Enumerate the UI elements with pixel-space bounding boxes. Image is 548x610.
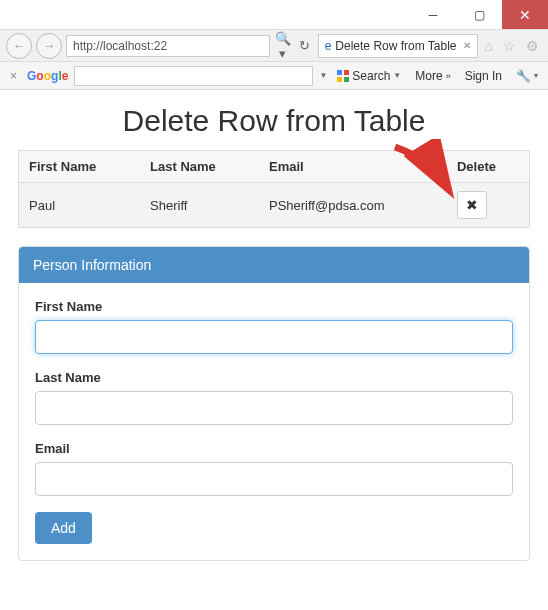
google-toolbar: × Google ▼ Search ▼ More » Sign In 🔧▾ [0,62,548,90]
browser-address-bar: ← → 🔍▾ ↻ e Delete Row from Table ✕ ⌂ ☆ ⚙ [0,30,548,62]
add-button[interactable]: Add [35,512,92,544]
search-button-label: Search [352,69,390,83]
cell-first-name: Paul [19,183,141,228]
col-delete: Delete [447,151,530,183]
google-logo: Google [27,69,68,83]
email-input[interactable] [35,462,513,496]
tab-title: Delete Row from Table [335,39,456,53]
back-button[interactable]: ← [6,33,32,59]
google-search-button[interactable]: Search ▼ [333,69,405,83]
favorites-icon[interactable]: ☆ [500,38,519,54]
window-close-button[interactable]: ✕ [502,0,548,29]
panel-body: First Name Last Name Email Add [19,283,529,560]
cell-email: PSheriff@pdsa.com [259,183,447,228]
window-minimize-button[interactable]: ─ [410,0,456,29]
people-table: First Name Last Name Email Delete Paul S… [18,150,530,228]
browser-tab[interactable]: e Delete Row from Table ✕ [318,34,478,58]
url-input[interactable] [66,35,270,57]
cell-last-name: Sheriff [140,183,259,228]
label-last-name: Last Name [35,370,513,385]
col-email: Email [259,151,447,183]
page-title: Delete Row from Table [18,104,530,138]
google-search-input[interactable] [74,66,313,86]
google-more-button[interactable]: More » [411,69,454,83]
table-header-row: First Name Last Name Email Delete [19,151,530,183]
tab-close-icon[interactable]: ✕ [463,40,471,51]
google-signin-button[interactable]: Sign In [461,69,506,83]
search-dropdown-icon[interactable]: 🔍▾ [274,31,292,61]
col-first-name: First Name [19,151,141,183]
tools-icon[interactable]: ⚙ [523,38,542,54]
forward-button[interactable]: → [36,33,62,59]
toolbar-close-icon[interactable]: × [6,69,21,83]
google-square-icon [337,70,349,82]
table-row: Paul Sheriff PSheriff@pdsa.com ✖ [19,183,530,228]
delete-row-button[interactable]: ✖ [457,191,487,219]
label-email: Email [35,441,513,456]
panel-header: Person Information [19,247,529,283]
search-dropdown-arrow[interactable]: ▼ [319,71,327,80]
last-name-input[interactable] [35,391,513,425]
refresh-button[interactable]: ↻ [296,38,314,53]
label-first-name: First Name [35,299,513,314]
col-last-name: Last Name [140,151,259,183]
google-wrench-icon[interactable]: 🔧▾ [512,69,542,83]
first-name-input[interactable] [35,320,513,354]
home-icon[interactable]: ⌂ [482,38,496,54]
window-titlebar: ─ ▢ ✕ [0,0,548,30]
ie-icon: e [325,39,332,53]
person-info-panel: Person Information First Name Last Name … [18,246,530,561]
page-content: Delete Row from Table First Name Last Na… [0,90,548,569]
cell-delete: ✖ [447,183,530,228]
window-maximize-button[interactable]: ▢ [456,0,502,29]
x-icon: ✖ [466,197,478,213]
